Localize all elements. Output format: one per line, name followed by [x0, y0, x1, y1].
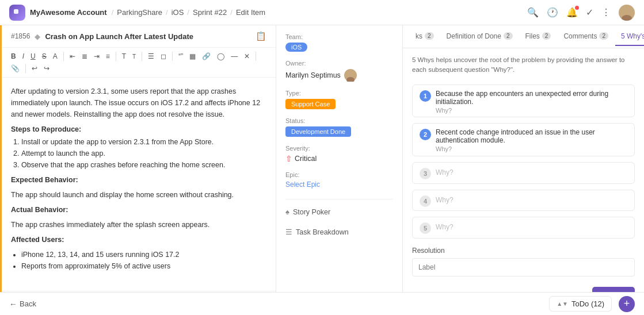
divider-button[interactable]: ― — [228, 51, 240, 62]
notification-icon[interactable]: 🔔 — [566, 7, 578, 18]
search-icon[interactable]: 🔍 — [527, 7, 539, 18]
toolbar-sep-5 — [256, 52, 256, 61]
add-button[interactable]: + — [619, 296, 635, 312]
task-breakdown-action[interactable]: ☰ Task Breakdown — [285, 224, 393, 240]
status-value: Development Done — [285, 126, 393, 137]
why-header-3: 3 Why? — [413, 163, 634, 184]
type-field: Type: Support Case — [285, 90, 393, 109]
breadcrumb: / ParkingShare / iOS / Sprint #22 / Edit… — [112, 8, 266, 17]
color-button[interactable]: A — [51, 51, 60, 62]
tab-files[interactable]: Files 2 — [520, 28, 557, 46]
severity-label: Severity: — [285, 145, 393, 152]
why-text-1: Because the app encounters an unexpected… — [436, 90, 627, 106]
task-breakdown-label: Task Breakdown — [296, 228, 349, 236]
todo-button[interactable]: ▲▼ ToDo (12) — [549, 296, 612, 312]
copy-icon[interactable]: 📋 — [256, 31, 266, 41]
severity-value: ⇧ Critical — [285, 154, 393, 163]
tab-ks-badge: 2 — [425, 32, 434, 40]
story-poker-action[interactable]: ♠ Story Poker — [285, 204, 393, 220]
toolbar-sep-6 — [25, 64, 26, 73]
owner-name: Marilyn Septimus — [285, 71, 341, 79]
unordered-list-button[interactable]: ◻ — [158, 51, 169, 62]
five-whys-content: 5 Whys helps uncover the root of the pro… — [403, 48, 644, 315]
epic-link[interactable]: Select Epic — [285, 180, 320, 189]
editor-content[interactable]: After updating to version 2.3.1, some us… — [2, 78, 276, 291]
team-value: iOS — [285, 43, 393, 52]
text-size-button[interactable]: T — [120, 51, 128, 62]
underline-button[interactable]: U — [28, 51, 38, 62]
severity-field: Severity: ⇧ Critical — [285, 145, 393, 163]
tab-dod-badge: 2 — [504, 32, 513, 40]
type-label: Type: — [285, 90, 393, 97]
owner-label: Owner: — [285, 60, 393, 67]
back-label: Back — [20, 299, 36, 308]
why-card-3: 3 Why? — [412, 162, 635, 184]
attach-button[interactable]: 📎 — [9, 63, 22, 74]
bottom-bar: ← Back ▲▼ ToDo (12) + — [0, 292, 644, 315]
embed-button[interactable]: ◯ — [215, 51, 227, 62]
why-header-4: 4 Why? — [413, 190, 634, 212]
tab-comments[interactable]: Comments 2 — [558, 28, 614, 46]
breadcrumb-item-3[interactable]: Sprint #22 — [193, 8, 227, 17]
align-right-button[interactable]: ⇥ — [92, 51, 102, 62]
quote-button[interactable]: “” — [176, 51, 185, 62]
clear-button[interactable]: ✕ — [242, 51, 252, 62]
account-name: MyAwesome Account — [30, 8, 107, 17]
italic-button[interactable]: I — [20, 51, 26, 62]
strikethrough-button[interactable]: S — [40, 51, 49, 62]
breadcrumb-item-1[interactable]: ParkingShare — [117, 8, 162, 17]
why-card-4: 4 Why? — [412, 190, 635, 212]
text-size-small-button[interactable]: T — [130, 52, 138, 61]
bold-button[interactable]: B — [9, 51, 18, 62]
link-button[interactable]: 🔗 — [200, 51, 213, 62]
clock-icon[interactable]: 🕐 — [547, 7, 558, 18]
checkmark-icon[interactable]: ✓ — [586, 7, 593, 18]
toolbar-sep-2 — [116, 52, 116, 61]
grid-icon[interactable]: ⋮ — [601, 7, 611, 18]
why-header-1: 1 Because the app encounters an unexpect… — [413, 85, 634, 118]
todo-label: ToDo (12) — [571, 299, 604, 308]
toolbar-sep-1 — [63, 52, 64, 61]
tab-ks-label: ks — [416, 32, 422, 40]
five-whys-description: 5 Whys helps uncover the root of the pro… — [412, 55, 635, 75]
tab-whys-label: 5 Why's — [621, 32, 644, 40]
align-justify-button[interactable]: ≡ — [104, 51, 112, 62]
resolution-input[interactable] — [412, 258, 635, 276]
why-number-3: 3 — [420, 168, 431, 179]
tab-comments-badge: 2 — [599, 32, 608, 40]
tab-definition-of-done[interactable]: Definition of Done 2 — [441, 28, 519, 46]
todo-chevron-icon: ▲▼ — [557, 301, 568, 307]
svg-point-3 — [348, 71, 353, 76]
breadcrumb-item-2[interactable]: iOS — [172, 8, 184, 17]
why-placeholder-5[interactable]: Why? — [436, 223, 627, 231]
status-field: Status: Development Done — [285, 117, 393, 137]
table-button[interactable]: ▦ — [187, 51, 198, 62]
status-label: Status: — [285, 117, 393, 124]
tab-five-whys[interactable]: 5 Why's — [615, 28, 644, 46]
user-avatar[interactable] — [619, 5, 635, 21]
left-panel: #1856 ◆ Crash on App Launch After Latest… — [0, 25, 276, 315]
why-text-2: Recent code change introduced an issue i… — [436, 128, 627, 144]
type-badge: Support Case — [285, 99, 336, 109]
why-card-2: 2 Recent code change introduced an issue… — [412, 123, 635, 156]
team-label: Team: — [285, 33, 393, 40]
breadcrumb-edit-item: Edit Item — [236, 8, 265, 17]
right-panel: ks 2 Definition of Done 2 Files 2 Commen… — [403, 25, 644, 315]
align-left-button[interactable]: ⇤ — [67, 51, 78, 62]
type-value: Support Case — [285, 99, 393, 109]
why-placeholder-4[interactable]: Why? — [436, 196, 627, 204]
align-center-button[interactable]: ≣ — [79, 51, 90, 62]
tab-dod-label: Definition of Done — [447, 32, 501, 40]
resolution-label: Resolution — [412, 247, 635, 255]
back-button[interactable]: ← Back — [9, 299, 36, 309]
owner-avatar — [344, 69, 357, 82]
tab-ks[interactable]: ks 2 — [410, 28, 440, 46]
ordered-list-button[interactable]: ☰ — [146, 51, 157, 62]
undo-button[interactable]: ↩ — [29, 63, 40, 74]
svg-rect-0 — [14, 9, 18, 14]
resolution-section: Resolution — [412, 247, 635, 276]
item-id: #1856 — [11, 32, 30, 40]
why-placeholder-3[interactable]: Why? — [436, 168, 627, 176]
redo-button[interactable]: ↪ — [41, 63, 52, 74]
epic-label: Epic: — [285, 171, 393, 178]
